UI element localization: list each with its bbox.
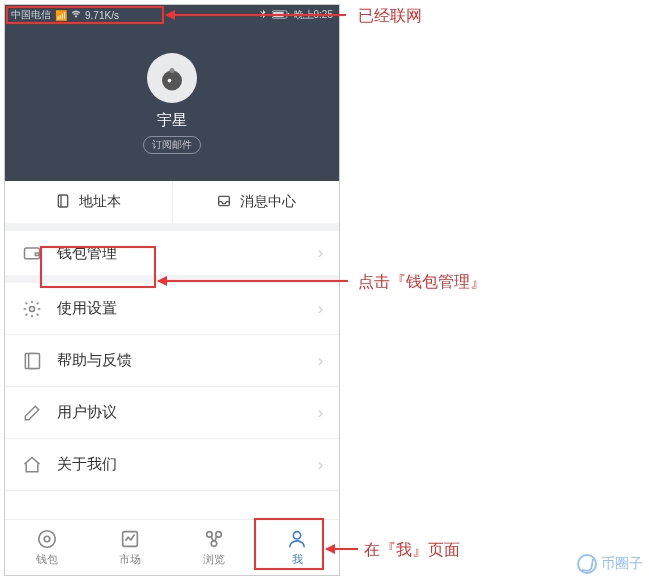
annotation-click-wallet: 点击『钱包管理』 xyxy=(358,272,486,293)
menu-about-label: 关于我们 xyxy=(57,455,318,474)
address-book-label: 地址本 xyxy=(79,193,121,211)
market-tab-icon xyxy=(119,528,141,550)
avatar[interactable] xyxy=(147,53,197,103)
feedback-icon xyxy=(21,350,43,372)
svg-point-4 xyxy=(168,78,172,82)
wifi-icon xyxy=(71,9,81,21)
menu-wallet-manage[interactable]: 钱包管理 › xyxy=(5,231,339,283)
wallet-tab-icon xyxy=(36,528,58,550)
chevron-right-icon: › xyxy=(318,244,323,262)
tab-me-label: 我 xyxy=(292,552,303,567)
chevron-right-icon: › xyxy=(318,456,323,474)
svg-point-9 xyxy=(30,306,35,311)
tab-browse[interactable]: 浏览 xyxy=(172,520,256,575)
quick-actions-row: 地址本 消息中心 xyxy=(5,181,339,231)
profile-header: 宇星 订阅邮件 xyxy=(5,25,339,181)
annotation-me-page: 在『我』页面 xyxy=(364,540,460,561)
svg-rect-7 xyxy=(59,195,68,207)
menu-about[interactable]: 关于我们 › xyxy=(5,439,339,491)
tab-wallet[interactable]: 钱包 xyxy=(5,520,89,575)
subscribe-badge[interactable]: 订阅邮件 xyxy=(143,136,201,154)
menu-agreement-label: 用户协议 xyxy=(57,403,318,422)
arrow-to-wallet xyxy=(158,280,348,282)
watermark-label: 币圈子 xyxy=(601,555,643,573)
tab-bar: 钱包 市场 浏览 我 xyxy=(5,519,339,575)
browse-tab-icon xyxy=(203,528,225,550)
home-icon xyxy=(21,454,43,476)
person-tab-icon xyxy=(286,528,308,550)
signal-icon: 📶 xyxy=(55,10,67,21)
watermark: 币圈子 xyxy=(577,554,643,574)
menu-settings-label: 使用设置 xyxy=(57,299,318,318)
watermark-icon xyxy=(577,554,597,574)
arrow-to-status xyxy=(166,14,346,16)
edit-icon xyxy=(21,402,43,424)
menu-feedback[interactable]: 帮助与反馈 › xyxy=(5,335,339,387)
status-left: 中国电信 📶 9.71K/s xyxy=(11,8,119,22)
message-center-button[interactable]: 消息中心 xyxy=(173,181,340,223)
svg-point-18 xyxy=(294,532,301,539)
annotation-networked: 已经联网 xyxy=(358,6,422,27)
message-center-label: 消息中心 xyxy=(240,193,296,211)
avatar-robot-icon xyxy=(157,63,187,93)
chevron-right-icon: › xyxy=(318,352,323,370)
menu-wallet-manage-label: 钱包管理 xyxy=(57,244,318,263)
menu-list: 钱包管理 › 使用设置 › 帮助与反馈 › 用户协议 › xyxy=(5,231,339,519)
svg-rect-11 xyxy=(29,353,40,368)
menu-agreement[interactable]: 用户协议 › xyxy=(5,387,339,439)
svg-point-12 xyxy=(39,531,56,548)
tab-wallet-label: 钱包 xyxy=(36,552,58,567)
address-book-button[interactable]: 地址本 xyxy=(5,181,173,223)
menu-feedback-label: 帮助与反馈 xyxy=(57,351,318,370)
wallet-icon xyxy=(21,242,43,264)
chevron-right-icon: › xyxy=(318,404,323,422)
menu-settings[interactable]: 使用设置 › xyxy=(5,283,339,335)
phone-frame: 中国电信 📶 9.71K/s 晚上9:25 宇星 订阅邮件 xyxy=(4,4,340,576)
bookmark-icon xyxy=(55,193,71,212)
chevron-right-icon: › xyxy=(318,300,323,318)
net-speed: 9.71K/s xyxy=(85,10,119,21)
carrier-label: 中国电信 xyxy=(11,8,51,22)
arrow-to-me-tab xyxy=(326,548,358,550)
svg-point-3 xyxy=(162,70,182,90)
tab-market-label: 市场 xyxy=(119,552,141,567)
inbox-icon xyxy=(216,193,232,212)
svg-point-17 xyxy=(211,541,217,547)
tab-browse-label: 浏览 xyxy=(203,552,225,567)
svg-point-13 xyxy=(44,536,50,542)
gear-icon xyxy=(21,298,43,320)
username-label: 宇星 xyxy=(157,111,187,130)
tab-market[interactable]: 市场 xyxy=(89,520,173,575)
